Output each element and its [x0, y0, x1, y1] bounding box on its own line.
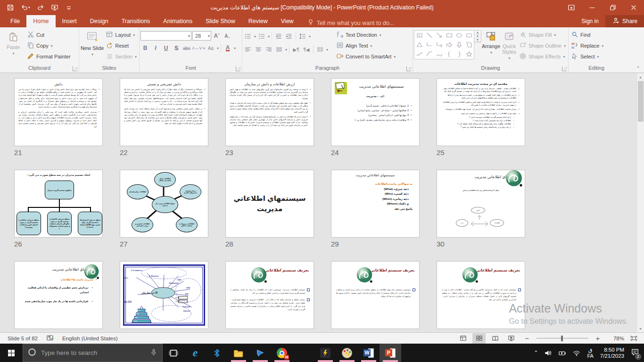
italic-icon[interactable]: I — [151, 43, 160, 53]
reset-button[interactable]: Reset — [104, 41, 138, 51]
tab-design[interactable]: Design — [83, 15, 115, 27]
slide-sorter-view-icon[interactable] — [472, 333, 486, 344]
slide-thumbnail-21[interactable]: دانشنوناكا در مدل يكپارچه خود براي ايجاد… — [14, 78, 103, 146]
elbow-arrow-shape-icon[interactable] — [434, 40, 444, 49]
minimize-button[interactable] — [582, 0, 603, 15]
grow-font-icon[interactable]: A˄ — [212, 31, 222, 41]
rtl-direction-icon[interactable]: ¶◀ — [302, 45, 311, 54]
shrink-font-icon[interactable]: A˅ — [223, 31, 232, 41]
taskbar-search-box[interactable]: Type here to search — [23, 344, 163, 362]
save-icon[interactable] — [7, 4, 14, 11]
ribbon-display-options-icon[interactable] — [561, 0, 582, 15]
drawing-dialog-launcher[interactable]: ◿ — [562, 66, 567, 71]
underline-icon[interactable]: U — [161, 43, 171, 53]
close-button[interactable] — [623, 0, 644, 15]
slide-thumbnail-31[interactable]: سيستمهاي اطلاعاتي مديريتمديريت داشته ها/… — [14, 261, 103, 329]
share-button[interactable]: Share — [605, 15, 644, 27]
corner-shape-icon[interactable] — [464, 40, 474, 49]
undo-icon[interactable]: ▾ — [21, 4, 30, 11]
redo-icon[interactable] — [37, 4, 44, 11]
slide-thumbnail-26[interactable]: اتخاذ تصميم مديران در سه سطح صورت مي گير… — [14, 170, 103, 238]
strikethrough-icon[interactable]: abc — [182, 43, 191, 53]
tab-slide-show[interactable]: Slide Show — [199, 15, 242, 27]
font-size-combo[interactable]: 28▾ — [192, 31, 211, 41]
arrow-down-shape-icon[interactable] — [454, 40, 464, 49]
shape-effects-button[interactable]: Shape Effects▾ — [518, 51, 567, 62]
quick-styles-button[interactable]: Quick Styles▾ — [501, 28, 518, 61]
action-center-icon[interactable]: 2 — [631, 348, 639, 358]
arrange-button[interactable]: Arrange▾ — [481, 28, 501, 56]
fit-to-window-icon[interactable] — [627, 333, 640, 344]
zoom-slider[interactable] — [537, 333, 588, 344]
tray-chevron-icon[interactable]: ⌃ — [534, 350, 538, 356]
slide-thumbnail-33[interactable]: تعريف سيستم اطلاعاتيسيستم اطلاعات مديريت… — [225, 261, 314, 329]
slide-thumbnail-35[interactable]: تعريف سيستم اطلاعاتيسيستمي است كه به كمك… — [437, 261, 525, 329]
reading-view-icon[interactable] — [488, 333, 502, 344]
font-dialog-launcher[interactable]: ◿ — [236, 66, 240, 71]
align-right-icon[interactable] — [264, 45, 273, 54]
zoom-out-icon[interactable]: − — [520, 333, 534, 344]
numbering-icon[interactable] — [257, 32, 266, 41]
arrow-right-shape-icon[interactable] — [444, 40, 454, 49]
arrow-shape-icon[interactable] — [434, 31, 444, 40]
zoom-in-icon[interactable]: + — [591, 333, 604, 344]
format-painter-button[interactable]: Format Painter — [25, 51, 72, 62]
shape-fill-button[interactable]: Shape Fill▾ — [518, 30, 567, 40]
align-center-icon[interactable] — [254, 45, 263, 54]
elbow-shape-icon[interactable] — [424, 40, 434, 49]
paragraph-dialog-launcher[interactable]: ◿ — [406, 66, 411, 71]
rounded-rectangle-shape-icon[interactable] — [464, 31, 474, 40]
text-box-shape-icon[interactable]: A — [414, 31, 424, 40]
movies-app-icon[interactable] — [249, 344, 271, 362]
scroll-up-icon[interactable]: ▲ — [637, 73, 644, 81]
brace-left-shape-icon[interactable] — [444, 49, 454, 59]
section-button[interactable]: Section▾ — [104, 51, 138, 62]
slide-thumbnail-30[interactable]: سيستمهاي اطلاعاتي مديريتشكل 1 ارتباط تعا… — [437, 170, 525, 238]
shapes-gallery-scroll[interactable]: ▲▼▼ — [474, 30, 481, 42]
tab-view[interactable]: View — [274, 15, 300, 27]
tab-home[interactable]: Home — [26, 15, 55, 27]
slide-thumbnail-32[interactable]: E-CommerceE-BusinessHuman Education (E.L… — [120, 261, 208, 329]
winamp-icon[interactable] — [314, 344, 336, 362]
line-shape-icon[interactable] — [424, 31, 434, 40]
slide-thumbnail-22[interactable]: دانش تصريحي و ضمني«نوناكا» و دانشمندان د… — [120, 78, 208, 146]
chrome-icon[interactable]: M — [271, 344, 293, 362]
task-view-icon[interactable] — [163, 344, 184, 362]
clock[interactable]: 8:50 PM7/21/2023 — [600, 347, 624, 359]
powerpoint-icon[interactable]: P — [380, 344, 401, 362]
slideshow-view-icon[interactable] — [504, 333, 518, 344]
rectangle-shape-icon[interactable] — [444, 31, 454, 40]
arc-shape-icon[interactable] — [424, 49, 434, 59]
decrease-indent-icon[interactable] — [274, 32, 283, 41]
bluetooth-icon[interactable] — [206, 344, 228, 362]
start-from-beginning-icon[interactable] — [51, 4, 58, 11]
new-slide-button[interactable]: New Slide▾ — [80, 28, 104, 58]
word-icon[interactable]: W — [358, 344, 380, 362]
align-text-button[interactable]: Align Text▾ — [335, 41, 397, 51]
slide-thumbnail-28[interactable]: سيستمهاي اطلاعاتيمديريت — [225, 170, 314, 238]
slide-thumbnail-29[interactable]: سيستمهاي اطلاعاتي مديريتبه سوالاتي مانند… — [331, 170, 420, 238]
increase-indent-icon[interactable] — [284, 32, 294, 41]
replace-button[interactable]: abacReplace▾ — [570, 41, 605, 51]
slide-thumbnail-24[interactable]: سيستمهاي اطلاعاتي مديريتالف – مديريت1- ن… — [331, 78, 420, 146]
spell-check-icon[interactable] — [46, 334, 54, 343]
slide-thumbnail-25[interactable]: مقدمه اي بر مبحث مديريت اطلاعاتاطلاعات ب… — [437, 78, 525, 146]
network-icon[interactable] — [573, 349, 580, 357]
tab-insert[interactable]: Insert — [56, 15, 83, 27]
tell-me-box[interactable]: Tell me what you want to do... — [307, 18, 395, 27]
oval-shape-icon[interactable] — [454, 31, 464, 40]
columns-icon[interactable] — [315, 45, 325, 54]
text-shadow-icon[interactable]: S — [172, 43, 181, 53]
language-label[interactable]: English (United States) — [62, 336, 118, 341]
change-case-icon[interactable]: Aa — [206, 43, 215, 53]
copy-button[interactable]: Copy▾ — [25, 41, 72, 51]
font-color-icon[interactable]: A — [223, 43, 232, 53]
star-shape-icon[interactable] — [464, 49, 474, 59]
restore-button[interactable] — [603, 0, 623, 15]
start-button[interactable] — [0, 344, 23, 362]
align-left-icon[interactable] — [243, 45, 253, 54]
scrollbar-thumb[interactable] — [638, 81, 644, 122]
file-explorer-icon[interactable] — [228, 344, 249, 362]
ltr-direction-icon[interactable]: ▶¶ — [291, 45, 301, 54]
triangle-shape-icon[interactable] — [414, 40, 424, 49]
